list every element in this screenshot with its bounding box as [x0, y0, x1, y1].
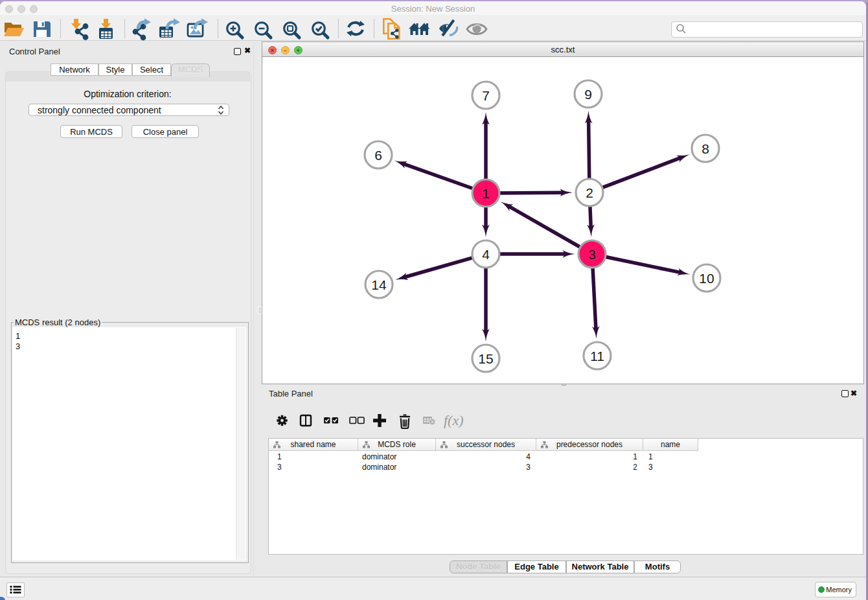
svg-text:f(x): f(x)	[444, 412, 464, 428]
svg-text:3: 3	[588, 247, 596, 262]
svg-text:10: 10	[699, 271, 714, 286]
svg-text:7: 7	[482, 88, 490, 103]
svg-text:11: 11	[590, 349, 604, 363]
svg-text:6: 6	[374, 148, 382, 163]
svg-text:4: 4	[482, 247, 490, 262]
svg-text:1: 1	[482, 186, 490, 201]
svg-text:9: 9	[584, 87, 592, 102]
svg-text:14: 14	[371, 277, 387, 292]
svg-text:8: 8	[702, 141, 709, 156]
svg-text:15: 15	[478, 351, 493, 366]
svg-text:2: 2	[586, 185, 593, 200]
